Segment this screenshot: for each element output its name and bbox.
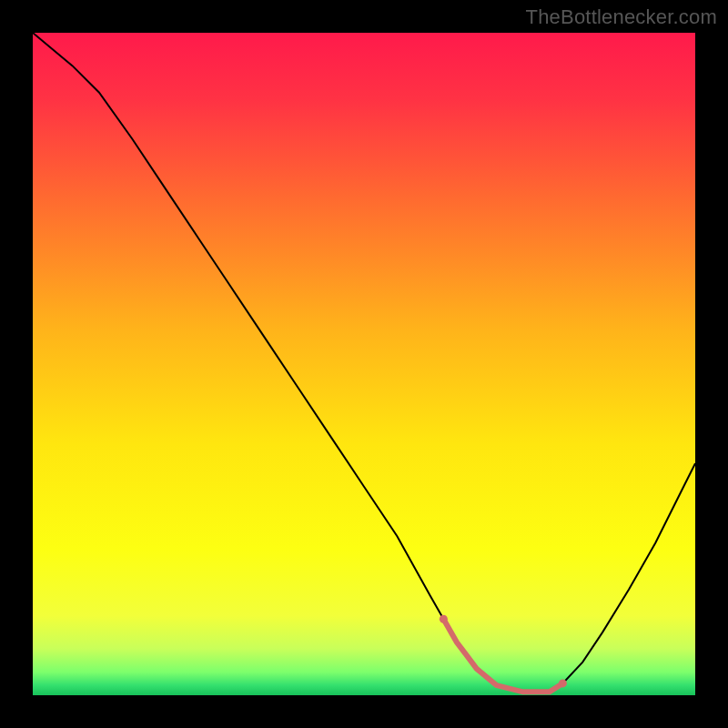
bottleneck-chart — [33, 33, 695, 695]
optimal-range-dot — [559, 679, 567, 687]
attribution-text: TheBottlenecker.com — [526, 5, 717, 29]
optimal-range-dot — [440, 615, 448, 623]
gradient-background — [33, 33, 695, 695]
chart-frame — [33, 33, 695, 695]
